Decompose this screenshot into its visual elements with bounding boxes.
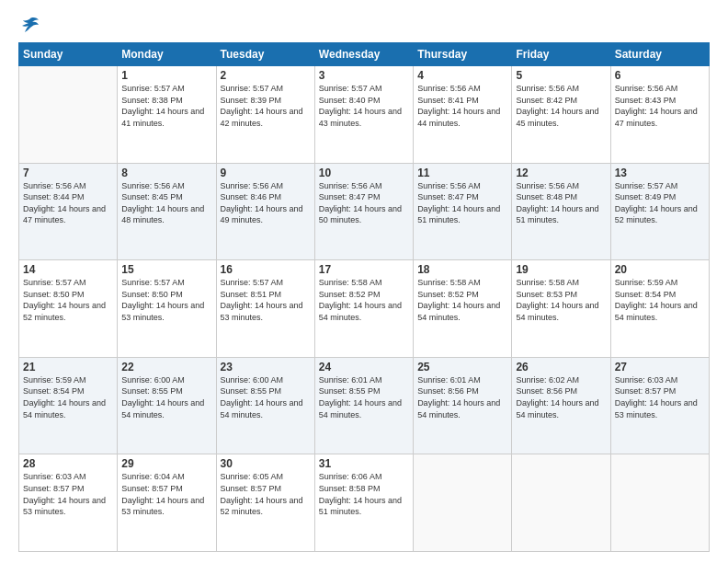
calendar-cell: 27Sunrise: 6:03 AM Sunset: 8:57 PM Dayli… [610,357,709,454]
day-info: Sunrise: 5:56 AM Sunset: 8:42 PM Dayligh… [516,83,606,129]
day-info: Sunrise: 5:57 AM Sunset: 8:50 PM Dayligh… [23,277,113,323]
day-number: 8 [121,167,211,179]
day-header-monday: Monday [118,43,216,66]
calendar-cell: 25Sunrise: 6:01 AM Sunset: 8:56 PM Dayli… [414,357,512,454]
day-info: Sunrise: 6:00 AM Sunset: 8:55 PM Dayligh… [121,374,211,420]
day-number: 27 [615,361,705,373]
day-number: 26 [516,361,606,373]
calendar-cell: 1Sunrise: 5:57 AM Sunset: 8:38 PM Daylig… [118,66,216,164]
day-info: Sunrise: 5:56 AM Sunset: 8:48 PM Dayligh… [516,180,606,226]
calendar-cell: 19Sunrise: 5:58 AM Sunset: 8:53 PM Dayli… [512,260,610,358]
day-number: 20 [615,263,705,276]
day-number: 19 [516,263,606,276]
day-number: 11 [417,167,507,179]
calendar-cell [19,66,118,164]
calendar-cell: 17Sunrise: 5:58 AM Sunset: 8:52 PM Dayli… [314,260,413,358]
calendar-cell: 5Sunrise: 5:56 AM Sunset: 8:42 PM Daylig… [512,66,610,164]
day-info: Sunrise: 5:57 AM Sunset: 8:51 PM Dayligh… [221,277,311,323]
calendar-table: SundayMondayTuesdayWednesdayThursdayFrid… [18,42,710,552]
day-number: 18 [417,263,507,276]
calendar-cell: 14Sunrise: 5:57 AM Sunset: 8:50 PM Dayli… [19,260,118,358]
calendar-cell: 20Sunrise: 5:59 AM Sunset: 8:54 PM Dayli… [610,260,709,358]
day-number: 15 [121,263,211,276]
calendar-cell: 13Sunrise: 5:57 AM Sunset: 8:49 PM Dayli… [610,163,709,260]
day-header-tuesday: Tuesday [216,43,314,66]
calendar-cell [414,454,512,552]
calendar-cell: 11Sunrise: 5:56 AM Sunset: 8:47 PM Dayli… [414,163,512,260]
calendar-cell: 10Sunrise: 5:56 AM Sunset: 8:47 PM Dayli… [314,163,413,260]
calendar-cell: 4Sunrise: 5:56 AM Sunset: 8:41 PM Daylig… [414,66,512,164]
logo [18,17,40,33]
day-info: Sunrise: 5:56 AM Sunset: 8:44 PM Dayligh… [23,180,113,226]
day-header-wednesday: Wednesday [314,43,413,66]
calendar-cell: 26Sunrise: 6:02 AM Sunset: 8:56 PM Dayli… [512,357,610,454]
day-number: 29 [121,457,211,470]
day-info: Sunrise: 5:57 AM Sunset: 8:49 PM Dayligh… [615,180,705,226]
day-info: Sunrise: 6:03 AM Sunset: 8:57 PM Dayligh… [615,374,705,420]
day-header-friday: Friday [512,43,610,66]
calendar-cell: 16Sunrise: 5:57 AM Sunset: 8:51 PM Dayli… [216,260,314,358]
calendar-cell: 24Sunrise: 6:01 AM Sunset: 8:55 PM Dayli… [314,357,413,454]
day-number: 24 [319,361,409,373]
calendar-cell: 18Sunrise: 5:58 AM Sunset: 8:52 PM Dayli… [414,260,512,358]
calendar-header-row: SundayMondayTuesdayWednesdayThursdayFrid… [19,43,710,66]
calendar-cell: 3Sunrise: 5:57 AM Sunset: 8:40 PM Daylig… [314,66,413,164]
calendar-cell: 28Sunrise: 6:03 AM Sunset: 8:57 PM Dayli… [19,454,118,552]
day-number: 13 [615,167,705,179]
calendar-week-row: 7Sunrise: 5:56 AM Sunset: 8:44 PM Daylig… [19,163,710,260]
day-info: Sunrise: 6:05 AM Sunset: 8:57 PM Dayligh… [221,471,311,517]
header [18,17,710,33]
day-info: Sunrise: 6:01 AM Sunset: 8:56 PM Dayligh… [417,374,507,420]
day-info: Sunrise: 5:56 AM Sunset: 8:46 PM Dayligh… [221,180,311,226]
day-info: Sunrise: 5:56 AM Sunset: 8:41 PM Dayligh… [417,83,507,129]
day-number: 30 [221,457,311,470]
day-number: 31 [319,457,409,470]
day-number: 5 [516,69,606,82]
calendar-cell: 30Sunrise: 6:05 AM Sunset: 8:57 PM Dayli… [216,454,314,552]
day-info: Sunrise: 6:06 AM Sunset: 8:58 PM Dayligh… [319,471,409,517]
calendar-cell: 12Sunrise: 5:56 AM Sunset: 8:48 PM Dayli… [512,163,610,260]
day-number: 17 [319,263,409,276]
day-info: Sunrise: 5:57 AM Sunset: 8:38 PM Dayligh… [121,83,211,129]
day-info: Sunrise: 6:00 AM Sunset: 8:55 PM Dayligh… [221,374,311,420]
day-info: Sunrise: 5:57 AM Sunset: 8:50 PM Dayligh… [121,277,211,323]
day-header-thursday: Thursday [414,43,512,66]
calendar-cell [512,454,610,552]
calendar-week-row: 21Sunrise: 5:59 AM Sunset: 8:54 PM Dayli… [19,357,710,454]
day-info: Sunrise: 5:57 AM Sunset: 8:40 PM Dayligh… [319,83,409,129]
calendar-week-row: 28Sunrise: 6:03 AM Sunset: 8:57 PM Dayli… [19,454,710,552]
day-number: 4 [417,69,507,82]
calendar-cell: 31Sunrise: 6:06 AM Sunset: 8:58 PM Dayli… [314,454,413,552]
day-info: Sunrise: 5:56 AM Sunset: 8:47 PM Dayligh… [319,180,409,226]
calendar-cell: 22Sunrise: 6:00 AM Sunset: 8:55 PM Dayli… [118,357,216,454]
day-header-saturday: Saturday [610,43,709,66]
day-info: Sunrise: 5:58 AM Sunset: 8:52 PM Dayligh… [319,277,409,323]
day-header-sunday: Sunday [19,43,118,66]
day-info: Sunrise: 5:56 AM Sunset: 8:47 PM Dayligh… [417,180,507,226]
calendar-cell: 21Sunrise: 5:59 AM Sunset: 8:54 PM Dayli… [19,357,118,454]
day-number: 12 [516,167,606,179]
day-number: 10 [319,167,409,179]
day-number: 23 [221,361,311,373]
calendar-cell: 23Sunrise: 6:00 AM Sunset: 8:55 PM Dayli… [216,357,314,454]
day-number: 16 [221,263,311,276]
day-info: Sunrise: 5:58 AM Sunset: 8:52 PM Dayligh… [417,277,507,323]
day-number: 9 [221,167,311,179]
day-info: Sunrise: 5:59 AM Sunset: 8:54 PM Dayligh… [23,374,113,420]
calendar-cell: 9Sunrise: 5:56 AM Sunset: 8:46 PM Daylig… [216,163,314,260]
calendar-week-row: 14Sunrise: 5:57 AM Sunset: 8:50 PM Dayli… [19,260,710,358]
day-number: 25 [417,361,507,373]
logo-bird-icon [19,17,40,33]
day-info: Sunrise: 6:03 AM Sunset: 8:57 PM Dayligh… [23,471,113,517]
day-info: Sunrise: 6:02 AM Sunset: 8:56 PM Dayligh… [516,374,606,420]
day-number: 21 [23,361,113,373]
day-info: Sunrise: 6:01 AM Sunset: 8:55 PM Dayligh… [319,374,409,420]
day-number: 3 [319,69,409,82]
calendar-cell: 2Sunrise: 5:57 AM Sunset: 8:39 PM Daylig… [216,66,314,164]
day-number: 7 [23,167,113,179]
day-info: Sunrise: 5:59 AM Sunset: 8:54 PM Dayligh… [615,277,705,323]
calendar-cell: 29Sunrise: 6:04 AM Sunset: 8:57 PM Dayli… [118,454,216,552]
calendar-cell: 7Sunrise: 5:56 AM Sunset: 8:44 PM Daylig… [19,163,118,260]
day-number: 28 [23,457,113,470]
calendar-cell [610,454,709,552]
